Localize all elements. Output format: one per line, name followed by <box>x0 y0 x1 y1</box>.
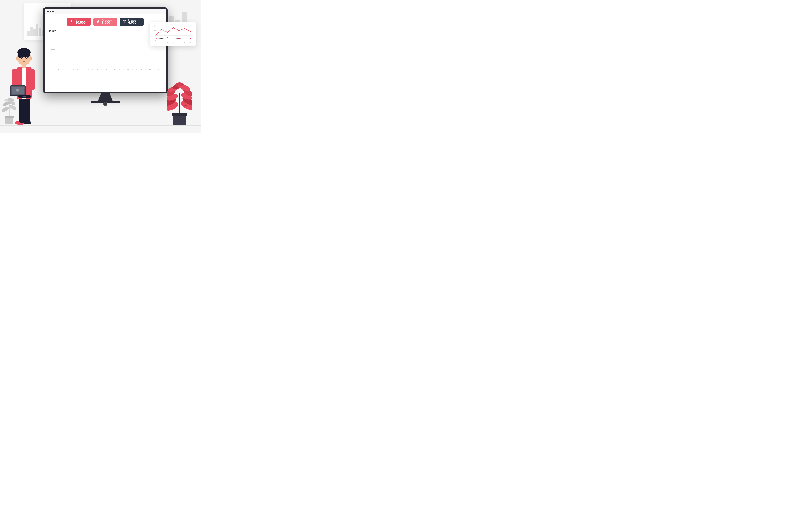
x-label: 5 <box>73 69 74 70</box>
svg-point-3 <box>1 106 10 113</box>
svg-text:3: 3 <box>173 41 174 43</box>
y-label-mid: 10.000 <box>51 49 55 50</box>
x-label: 16 <box>119 69 120 70</box>
svg-point-58 <box>25 56 27 59</box>
background: Clicks 10.500 P <box>0 0 202 133</box>
x-label: 6 <box>77 69 78 70</box>
x-axis: 1 2 3 4 5 6 7 8 9 10 11 <box>57 69 161 70</box>
x-label: 15 <box>114 69 116 70</box>
svg-point-29 <box>190 31 191 32</box>
svg-point-62 <box>30 57 32 60</box>
svg-text:1: 1 <box>161 41 162 43</box>
titlebar-dot-3 <box>52 11 54 12</box>
svg-text:0: 0 <box>156 41 157 43</box>
x-label: 4 <box>70 69 70 70</box>
mini-chart-card: 30 20 10 0 <box>150 22 196 46</box>
monitor-content: Clicks 10.500 P <box>44 14 166 92</box>
x-label: 11 <box>97 69 98 70</box>
svg-point-50 <box>16 89 19 92</box>
titlebar-dot-2 <box>50 11 51 12</box>
x-label: 18 <box>128 69 129 70</box>
svg-point-24 <box>161 29 162 30</box>
svg-text:5: 5 <box>184 41 185 43</box>
performance-info: Performance 8.500 <box>102 19 112 24</box>
svg-text:10: 10 <box>154 35 156 36</box>
svg-text:30: 30 <box>154 25 156 27</box>
svg-rect-46 <box>30 69 35 90</box>
svg-rect-65 <box>173 115 186 125</box>
x-label: 22 <box>145 69 146 70</box>
monitor-screen: Clicks 10.500 P <box>44 9 166 92</box>
x-label: 10 <box>92 69 94 70</box>
download-card: Download 6.500 <box>120 18 143 26</box>
x-label: 3 <box>66 69 66 70</box>
chart-title: Today <box>49 29 162 32</box>
monitor-titlebar <box>44 9 166 14</box>
person-illustration <box>9 19 38 126</box>
star-icon <box>96 19 100 24</box>
monitor-body: Clicks 10.500 P <box>43 7 168 93</box>
svg-rect-41 <box>19 96 25 123</box>
clicks-card: Clicks 10.500 <box>67 18 91 26</box>
svg-point-26 <box>173 27 174 28</box>
svg-point-23 <box>155 34 157 35</box>
performance-card: Performance 8.500 <box>93 18 117 26</box>
download-value: 6.500 <box>128 21 136 24</box>
chart-container: 10.000 <box>49 33 162 70</box>
cursor-icon <box>70 19 74 24</box>
svg-point-25 <box>167 32 168 33</box>
svg-point-60 <box>26 57 27 58</box>
x-label: 12 <box>101 69 102 70</box>
chart-section: Today 10.000 <box>49 29 162 90</box>
performance-value: 8.500 <box>102 21 112 24</box>
svg-point-57 <box>21 56 22 59</box>
svg-text:6: 6 <box>190 41 191 43</box>
x-label: 25 <box>158 69 159 70</box>
svg-point-59 <box>21 57 22 58</box>
svg-text:2: 2 <box>167 41 168 43</box>
mini-chart-svg: 30 20 10 0 <box>152 24 194 44</box>
x-label: 13 <box>105 69 107 70</box>
svg-point-20 <box>167 37 168 38</box>
x-label: 8 <box>84 69 85 70</box>
monitor-stand <box>98 93 113 101</box>
svg-point-80 <box>175 82 184 87</box>
svg-point-27 <box>178 30 180 31</box>
monitor: Clicks 10.500 P <box>43 7 168 110</box>
svg-rect-66 <box>172 113 187 116</box>
bars-area <box>57 34 161 66</box>
svg-point-19 <box>156 38 157 39</box>
x-label: 23 <box>150 69 151 70</box>
download-icon <box>123 19 127 24</box>
plant-right <box>167 74 192 126</box>
svg-point-61 <box>16 57 18 60</box>
titlebar-dot-1 <box>47 11 49 12</box>
x-label: 17 <box>123 69 124 70</box>
x-label: 20 <box>136 69 138 70</box>
monitor-knob <box>103 102 107 106</box>
bg-bar <box>39 28 41 36</box>
svg-text:20: 20 <box>154 30 156 32</box>
x-label: 9 <box>89 69 89 70</box>
svg-text:4: 4 <box>178 41 179 43</box>
x-label: 14 <box>110 69 111 70</box>
clicks-value: 10.500 <box>75 21 85 24</box>
x-label: 19 <box>132 69 133 70</box>
stats-row: Clicks 10.500 P <box>49 18 162 26</box>
y-axis: 10.000 <box>49 33 56 66</box>
x-label: 24 <box>154 69 155 70</box>
clicks-info: Clicks 10.500 <box>75 19 85 24</box>
svg-point-28 <box>184 28 185 29</box>
svg-point-21 <box>178 38 179 39</box>
svg-point-22 <box>190 38 191 39</box>
svg-rect-64 <box>23 96 26 97</box>
svg-rect-42 <box>25 96 30 122</box>
x-label: 7 <box>81 69 81 70</box>
x-label: 2 <box>62 69 62 70</box>
x-label: 1 <box>58 69 59 70</box>
x-label: 21 <box>141 69 142 70</box>
download-info: Download 6.500 <box>128 19 136 24</box>
svg-text:0: 0 <box>155 40 155 41</box>
